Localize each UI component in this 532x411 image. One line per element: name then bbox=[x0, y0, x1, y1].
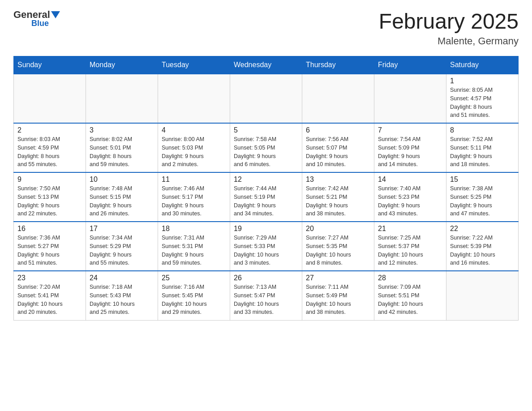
day-number: 14 bbox=[378, 176, 442, 184]
day-info: Sunrise: 8:03 AM Sunset: 4:59 PM Dayligh… bbox=[17, 135, 82, 169]
cell-week4-day5: 28Sunrise: 7:09 AM Sunset: 5:51 PM Dayli… bbox=[374, 271, 446, 320]
day-number: 9 bbox=[17, 176, 82, 184]
logo: General Blue bbox=[13, 9, 61, 28]
title-section: February 2025 Malente, Germany bbox=[379, 9, 519, 47]
cell-week1-day3: 5Sunrise: 7:58 AM Sunset: 5:05 PM Daylig… bbox=[230, 123, 302, 172]
week-row-1: 2Sunrise: 8:03 AM Sunset: 4:59 PM Daylig… bbox=[14, 123, 519, 172]
cell-week3-day1: 17Sunrise: 7:34 AM Sunset: 5:29 PM Dayli… bbox=[86, 222, 158, 271]
day-info: Sunrise: 7:54 AM Sunset: 5:09 PM Dayligh… bbox=[378, 135, 442, 169]
cell-week0-day4 bbox=[302, 74, 374, 123]
day-info: Sunrise: 7:20 AM Sunset: 5:41 PM Dayligh… bbox=[17, 283, 82, 317]
day-info: Sunrise: 7:13 AM Sunset: 5:47 PM Dayligh… bbox=[234, 283, 298, 317]
cell-week2-day5: 14Sunrise: 7:40 AM Sunset: 5:23 PM Dayli… bbox=[374, 172, 446, 222]
header-tuesday: Tuesday bbox=[158, 56, 230, 74]
cell-week1-day2: 4Sunrise: 8:00 AM Sunset: 5:03 PM Daylig… bbox=[158, 123, 230, 172]
day-info: Sunrise: 7:25 AM Sunset: 5:37 PM Dayligh… bbox=[378, 234, 442, 267]
day-info: Sunrise: 7:44 AM Sunset: 5:19 PM Dayligh… bbox=[234, 184, 298, 218]
week-row-4: 23Sunrise: 7:20 AM Sunset: 5:41 PM Dayli… bbox=[14, 271, 519, 320]
day-number: 10 bbox=[90, 176, 154, 184]
day-number: 25 bbox=[162, 274, 226, 282]
header-wednesday: Wednesday bbox=[230, 56, 302, 74]
day-info: Sunrise: 8:00 AM Sunset: 5:03 PM Dayligh… bbox=[162, 135, 226, 169]
cell-week4-day0: 23Sunrise: 7:20 AM Sunset: 5:41 PM Dayli… bbox=[14, 271, 86, 320]
day-info: Sunrise: 7:50 AM Sunset: 5:13 PM Dayligh… bbox=[17, 184, 82, 218]
day-number: 18 bbox=[162, 225, 226, 233]
day-number: 3 bbox=[90, 126, 154, 134]
cell-week0-day0 bbox=[14, 74, 86, 123]
day-info: Sunrise: 7:48 AM Sunset: 5:15 PM Dayligh… bbox=[90, 184, 154, 218]
header-monday: Monday bbox=[86, 56, 158, 74]
day-number: 12 bbox=[234, 176, 298, 184]
day-number: 11 bbox=[162, 176, 226, 184]
day-info: Sunrise: 7:46 AM Sunset: 5:17 PM Dayligh… bbox=[162, 184, 226, 218]
day-info: Sunrise: 7:27 AM Sunset: 5:35 PM Dayligh… bbox=[306, 234, 370, 267]
cell-week4-day2: 25Sunrise: 7:16 AM Sunset: 5:45 PM Dayli… bbox=[158, 271, 230, 320]
cell-week4-day3: 26Sunrise: 7:13 AM Sunset: 5:47 PM Dayli… bbox=[230, 271, 302, 320]
day-number: 6 bbox=[306, 126, 370, 134]
cell-week2-day6: 15Sunrise: 7:38 AM Sunset: 5:25 PM Dayli… bbox=[446, 172, 519, 222]
cell-week2-day1: 10Sunrise: 7:48 AM Sunset: 5:15 PM Dayli… bbox=[86, 172, 158, 222]
day-number: 22 bbox=[450, 225, 515, 233]
logo-blue-text: Blue bbox=[31, 19, 49, 28]
cell-week3-day3: 19Sunrise: 7:29 AM Sunset: 5:33 PM Dayli… bbox=[230, 222, 302, 271]
day-number: 17 bbox=[90, 225, 154, 233]
day-number: 2 bbox=[17, 126, 82, 134]
cell-week0-day6: 1Sunrise: 8:05 AM Sunset: 4:57 PM Daylig… bbox=[446, 74, 519, 123]
day-number: 19 bbox=[234, 225, 298, 233]
day-info: Sunrise: 8:05 AM Sunset: 4:57 PM Dayligh… bbox=[450, 86, 515, 120]
week-row-0: 1Sunrise: 8:05 AM Sunset: 4:57 PM Daylig… bbox=[14, 74, 519, 123]
day-info: Sunrise: 7:40 AM Sunset: 5:23 PM Dayligh… bbox=[378, 184, 442, 218]
day-info: Sunrise: 7:31 AM Sunset: 5:31 PM Dayligh… bbox=[162, 234, 226, 267]
cell-week4-day4: 27Sunrise: 7:11 AM Sunset: 5:49 PM Dayli… bbox=[302, 271, 374, 320]
cell-week1-day4: 6Sunrise: 7:56 AM Sunset: 5:07 PM Daylig… bbox=[302, 123, 374, 172]
day-number: 15 bbox=[450, 176, 515, 184]
day-info: Sunrise: 8:02 AM Sunset: 5:01 PM Dayligh… bbox=[90, 135, 154, 169]
day-info: Sunrise: 7:29 AM Sunset: 5:33 PM Dayligh… bbox=[234, 234, 298, 267]
day-info: Sunrise: 7:11 AM Sunset: 5:49 PM Dayligh… bbox=[306, 283, 370, 317]
cell-week0-day5 bbox=[374, 74, 446, 123]
cell-week2-day4: 13Sunrise: 7:42 AM Sunset: 5:21 PM Dayli… bbox=[302, 172, 374, 222]
cell-week3-day0: 16Sunrise: 7:36 AM Sunset: 5:27 PM Dayli… bbox=[14, 222, 86, 271]
cell-week1-day1: 3Sunrise: 8:02 AM Sunset: 5:01 PM Daylig… bbox=[86, 123, 158, 172]
cell-week2-day3: 12Sunrise: 7:44 AM Sunset: 5:19 PM Dayli… bbox=[230, 172, 302, 222]
header-friday: Friday bbox=[374, 56, 446, 74]
cell-week3-day2: 18Sunrise: 7:31 AM Sunset: 5:31 PM Dayli… bbox=[158, 222, 230, 271]
day-info: Sunrise: 7:18 AM Sunset: 5:43 PM Dayligh… bbox=[90, 283, 154, 317]
cell-week3-day4: 20Sunrise: 7:27 AM Sunset: 5:35 PM Dayli… bbox=[302, 222, 374, 271]
day-info: Sunrise: 7:58 AM Sunset: 5:05 PM Dayligh… bbox=[234, 135, 298, 169]
day-info: Sunrise: 7:52 AM Sunset: 5:11 PM Dayligh… bbox=[450, 135, 515, 169]
week-row-3: 16Sunrise: 7:36 AM Sunset: 5:27 PM Dayli… bbox=[14, 222, 519, 271]
cell-week4-day1: 24Sunrise: 7:18 AM Sunset: 5:43 PM Dayli… bbox=[86, 271, 158, 320]
cell-week2-day2: 11Sunrise: 7:46 AM Sunset: 5:17 PM Dayli… bbox=[158, 172, 230, 222]
day-info: Sunrise: 7:42 AM Sunset: 5:21 PM Dayligh… bbox=[306, 184, 370, 218]
day-number: 27 bbox=[306, 274, 370, 282]
header-thursday: Thursday bbox=[302, 56, 374, 74]
day-number: 1 bbox=[450, 77, 515, 85]
day-info: Sunrise: 7:16 AM Sunset: 5:45 PM Dayligh… bbox=[162, 283, 226, 317]
day-number: 20 bbox=[306, 225, 370, 233]
cell-week1-day0: 2Sunrise: 8:03 AM Sunset: 4:59 PM Daylig… bbox=[14, 123, 86, 172]
day-number: 28 bbox=[378, 274, 442, 282]
cell-week3-day5: 21Sunrise: 7:25 AM Sunset: 5:37 PM Dayli… bbox=[374, 222, 446, 271]
weekday-header-row: Sunday Monday Tuesday Wednesday Thursday… bbox=[14, 56, 519, 74]
page-header: General Blue February 2025 Malente, Germ… bbox=[13, 9, 519, 47]
day-info: Sunrise: 7:22 AM Sunset: 5:39 PM Dayligh… bbox=[450, 234, 515, 267]
header-sunday: Sunday bbox=[14, 56, 86, 74]
cell-week1-day6: 8Sunrise: 7:52 AM Sunset: 5:11 PM Daylig… bbox=[446, 123, 519, 172]
day-number: 5 bbox=[234, 126, 298, 134]
day-number: 8 bbox=[450, 126, 515, 134]
cell-week2-day0: 9Sunrise: 7:50 AM Sunset: 5:13 PM Daylig… bbox=[14, 172, 86, 222]
header-saturday: Saturday bbox=[446, 56, 519, 74]
day-number: 26 bbox=[234, 274, 298, 282]
cell-week3-day6: 22Sunrise: 7:22 AM Sunset: 5:39 PM Dayli… bbox=[446, 222, 519, 271]
cell-week4-day6 bbox=[446, 271, 519, 320]
logo-triangle-icon bbox=[51, 11, 60, 18]
cell-week0-day3 bbox=[230, 74, 302, 123]
calendar-table: Sunday Monday Tuesday Wednesday Thursday… bbox=[13, 56, 519, 321]
cell-week0-day2 bbox=[158, 74, 230, 123]
day-number: 4 bbox=[162, 126, 226, 134]
cell-week0-day1 bbox=[86, 74, 158, 123]
day-info: Sunrise: 7:34 AM Sunset: 5:29 PM Dayligh… bbox=[90, 234, 154, 267]
day-info: Sunrise: 7:56 AM Sunset: 5:07 PM Dayligh… bbox=[306, 135, 370, 169]
day-number: 21 bbox=[378, 225, 442, 233]
